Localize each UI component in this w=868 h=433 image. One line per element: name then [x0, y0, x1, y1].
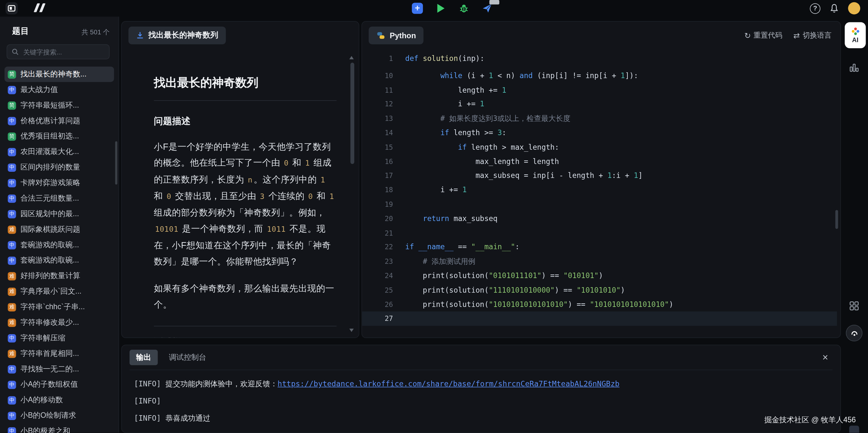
debug-button[interactable] — [459, 3, 469, 14]
code-line[interactable]: 27 — [362, 312, 837, 326]
problem-item-label: 好排列的数量计算 — [21, 271, 80, 281]
switch-language-label: 切换语言 — [803, 30, 831, 40]
scrollbar-thumb[interactable] — [350, 62, 354, 164]
app-logo-icon[interactable] — [5, 2, 18, 15]
problem-list-item[interactable]: 难国际象棋跳跃问题 — [4, 222, 114, 237]
run-button[interactable] — [435, 3, 446, 14]
problem-list-item[interactable]: 中农田灌溉最大化... — [4, 144, 114, 160]
code-line[interactable]: 24 print(solution("0101011101") == "0101… — [362, 269, 837, 283]
problem-list-item[interactable]: 难字典序最小`回文... — [4, 284, 114, 299]
problem-list-item[interactable]: 简优秀项目组初选... — [4, 129, 114, 144]
code-line[interactable]: 25 print(solution("1110101010000") == "1… — [362, 283, 837, 297]
partial-bottom-icon[interactable] — [849, 426, 859, 433]
code-line[interactable]: 12 i += 1 — [362, 97, 837, 112]
problem-list-item[interactable]: 中最大战力值 — [4, 82, 114, 97]
editor-scrollbar[interactable] — [835, 210, 838, 229]
floating-assistant-button[interactable] — [846, 325, 863, 341]
problem-sidebar: 题目 共 501 个 简找出最长的神奇数...中最大战力值简字符串最短循环...… — [0, 17, 119, 433]
brand-logo-icon[interactable] — [35, 3, 44, 12]
inline-code: 1011 — [266, 224, 286, 233]
code-line[interactable]: 16 max_length = length — [362, 154, 837, 169]
problem-list-item[interactable]: 简字符串最短循环... — [4, 97, 114, 113]
scroll-down-icon[interactable] — [349, 329, 354, 332]
leaderboard-icon[interactable] — [849, 62, 859, 73]
ai-pinwheel-icon — [851, 27, 860, 36]
code-line[interactable]: 19 — [362, 197, 837, 212]
topbar-artifact — [489, 0, 499, 4]
difficulty-badge: 中 — [8, 86, 16, 94]
code-line[interactable]: 14 if length >= 3: — [362, 126, 837, 140]
tab-output[interactable]: 输出 — [129, 350, 158, 365]
help-icon[interactable]: ? — [810, 3, 820, 13]
problem-list-item[interactable]: 中寻找独一无二的... — [4, 362, 114, 377]
problem-list-item[interactable]: 难好排列的数量计算 — [4, 268, 114, 284]
code-lines[interactable]: 1def solution(inp):10 while (i + 1 < n) … — [362, 52, 837, 326]
problem-chip[interactable]: 找出最长的神奇数列 — [128, 27, 226, 45]
paper-plane-icon — [482, 3, 492, 13]
problem-list-item[interactable]: 中字符串解压缩 — [4, 330, 114, 346]
reset-code-button[interactable]: ↻ 重置代码 — [744, 30, 782, 40]
output-header: 输出 调试控制台 × — [129, 345, 832, 370]
swap-icon: ⇄ — [794, 31, 800, 40]
code-text: print(solution("1110101010000") == "1010… — [405, 283, 837, 297]
problem-list-item[interactable]: 中卡牌对弈游戏策略 — [4, 175, 114, 191]
problem-list-item[interactable]: 简找出最长的神奇数... — [4, 66, 114, 82]
code-line[interactable]: 15 if length > max_length: — [362, 140, 837, 154]
add-button[interactable]: + — [412, 3, 423, 14]
problem-list-item[interactable]: 难字符串修改最少... — [4, 315, 114, 330]
code-line[interactable]: 22if __name__ == "__main__": — [362, 240, 837, 254]
difficulty-badge: 简 — [8, 101, 16, 110]
code-line[interactable]: 20 return max_subseq — [362, 212, 837, 226]
search-input[interactable] — [22, 47, 96, 56]
tab-debug-console[interactable]: 调试控制台 — [169, 352, 206, 362]
feedback-link[interactable]: https://bytedance.larkoffice.com/share/b… — [277, 379, 619, 388]
apps-grid-icon[interactable] — [849, 301, 859, 311]
notification-bell-icon[interactable] — [829, 3, 839, 13]
line-number: 1 — [362, 52, 405, 66]
problem-list-item[interactable]: 中套碗游戏的取碗... — [4, 253, 114, 268]
code-line[interactable]: 10 while (i + 1 < n) and (inp[i] != inp[… — [362, 69, 837, 83]
text-run: 组成的部分数列称为「神奇数列」。例如， — [154, 208, 326, 217]
problem-list-item[interactable]: 难字符串首尾相同... — [4, 346, 114, 362]
code-line[interactable]: 17 max_subseq = inp[i - length + 1:i + 1… — [362, 169, 837, 183]
app: + ? 题目 共 501 个 简找出最长的神奇数...中最大战力值简字符串最短循… — [0, 0, 868, 433]
code-line[interactable]: 21 — [362, 226, 837, 240]
text-run: 。这个序列中的 — [253, 175, 319, 184]
search-box[interactable] — [7, 45, 110, 59]
problem-list-item[interactable]: 中合法三元组数量... — [4, 191, 114, 206]
code-line[interactable]: 1def solution(inp): — [362, 52, 837, 66]
problem-list-item[interactable]: 中套碗游戏的取碗... — [4, 237, 114, 253]
problem-list-item[interactable]: 中小B的极差之和 — [4, 423, 114, 433]
problem-scrollbar[interactable] — [349, 22, 354, 338]
code-text — [405, 197, 837, 212]
problem-list-item[interactable]: 中区间内排列的数量 — [4, 160, 114, 175]
code-line[interactable]: 26 print(solution("1010101010101010") ==… — [362, 297, 837, 312]
language-chip[interactable]: Python — [369, 27, 424, 45]
sidebar-scrollbar[interactable] — [115, 141, 118, 184]
problem-list-item[interactable]: 中价格优惠计算问题 — [4, 113, 114, 129]
problem-list-item[interactable]: 中小A的移动数 — [4, 393, 114, 408]
text-run: 个连续的 — [266, 191, 307, 201]
code-text — [405, 312, 837, 326]
code-line[interactable]: 18 i += 1 — [362, 183, 837, 197]
code-line[interactable]: 23 # 添加测试用例 — [362, 254, 837, 269]
code-text: if length > max_length: — [405, 140, 837, 154]
problem-item-label: 寻找独一无二的... — [21, 364, 79, 374]
problem-item-label: 园区规划中的最... — [21, 209, 79, 219]
samples-heading: 测试样例 — [154, 337, 336, 338]
problem-list-item[interactable]: 中小B的O绘制请求 — [4, 408, 114, 423]
console-lines: [INFO] 提交功能内测体验中，欢迎反馈：https://bytedance.… — [134, 375, 824, 427]
close-icon[interactable]: × — [818, 352, 832, 362]
problem-list-item[interactable]: 难字符串`chhc`子串... — [4, 299, 114, 315]
code-text: # 添加测试用例 — [405, 254, 837, 269]
ai-assistant-button[interactable]: AI — [845, 22, 866, 48]
code-line[interactable]: 13 # 如果长度达到3或以上，检查最大长度 — [362, 112, 837, 126]
scroll-up-icon[interactable] — [349, 56, 354, 59]
problem-list-item[interactable]: 中园区规划中的最... — [4, 206, 114, 222]
problem-list-item[interactable]: 中小A的子数组权值 — [4, 377, 114, 393]
line-number: 23 — [362, 254, 405, 269]
switch-language-button[interactable]: ⇄ 切换语言 — [794, 30, 832, 40]
code-text: i += 1 — [405, 183, 837, 197]
code-line[interactable]: 11 length += 1 — [362, 83, 837, 97]
line-number: 14 — [362, 126, 405, 140]
